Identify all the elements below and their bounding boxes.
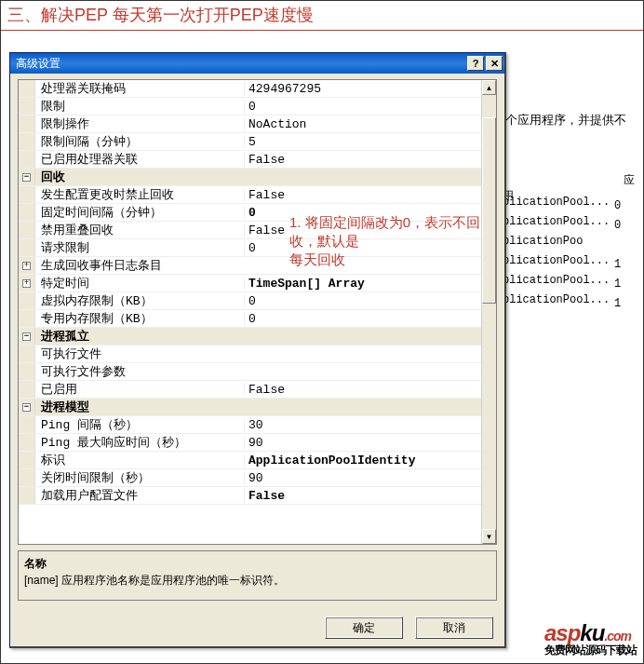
dialog-titlebar[interactable]: 高级设置 ? ✕ [10,53,504,74]
ok-button[interactable]: 确定 [325,617,403,639]
background-list-row[interactable]: plicationPool...0 [503,196,621,212]
property-value[interactable]: False [244,383,481,397]
property-value[interactable]: 4294967295 [244,82,481,96]
property-row[interactable]: 限制操作NoAction [19,115,481,133]
expand-toggle [19,186,35,203]
expand-toggle [19,416,35,433]
description-name: 名称 [24,555,490,572]
property-label: 回收 [35,169,244,185]
collapse-icon: − [22,403,31,412]
background-list-row[interactable]: plicationPoo [503,235,614,251]
property-row[interactable]: +特定时间TimeSpan[] Array [19,275,481,292]
property-label: Ping 最大响应时间（秒） [35,434,244,451]
expand-toggle [19,239,35,256]
bg-row-num: 1 [614,258,621,271]
property-value[interactable]: TimeSpan[] Array [244,277,481,291]
property-value[interactable]: 30 [244,418,481,432]
expand-toggle [19,98,35,115]
property-value[interactable]: 0 [244,241,481,255]
property-label: 请求限制 [35,239,244,256]
expand-toggle [19,346,35,362]
property-label: 禁用重叠回收 [35,222,244,238]
property-category[interactable]: −进程孤立 [19,328,481,346]
expand-toggle[interactable]: + [19,257,35,274]
expand-icon: + [22,279,31,288]
expand-toggle[interactable]: + [19,275,35,291]
scroll-down-icon[interactable]: ▼ [482,529,496,544]
property-row[interactable]: 虚拟内存限制（KB）0 [19,292,481,310]
background-hint-text: 多个应用程序，并提供不 [493,112,626,129]
expand-toggle [19,133,35,150]
property-row[interactable]: 已启用处理器关联False [19,151,481,169]
property-row[interactable]: 限制间隔（分钟）5 [19,133,481,151]
property-value[interactable]: NoAction [244,117,481,131]
expand-toggle [19,434,35,451]
expand-toggle [19,452,35,468]
property-value[interactable]: 0 [244,312,481,326]
property-label: 可执行文件参数 [35,363,244,380]
property-label: 标识 [35,452,244,468]
property-row[interactable]: 关闭时间限制（秒）90 [19,469,481,487]
background-list-row[interactable]: plicationPool...1 [503,293,621,310]
property-value[interactable]: 0 [244,206,481,220]
property-row[interactable]: 可执行文件 [19,346,481,363]
property-label: 限制操作 [35,115,244,132]
cancel-button[interactable]: 取消 [415,617,493,639]
property-row[interactable]: 标识ApplicationPoolIdentity [19,452,481,469]
property-label: 关闭时间限制（秒） [35,469,244,486]
bg-row-name: plicationPool... [503,293,614,306]
property-label: 生成回收事件日志条目 [35,257,244,274]
property-row[interactable]: 可执行文件参数 [19,363,481,381]
expand-toggle [19,292,35,309]
vertical-scrollbar[interactable]: ▲ ▼ [481,80,496,544]
property-label: 处理器关联掩码 [35,80,244,97]
watermark: aspku.com 免费网站源码下载站 [544,620,637,658]
property-value[interactable]: False [244,489,481,503]
property-row[interactable]: 请求限制0 [19,239,481,257]
expand-toggle[interactable]: − [19,169,35,185]
background-list-row[interactable]: plicationPool...0 [503,215,621,232]
expand-toggle [19,310,35,327]
property-value[interactable]: ApplicationPoolIdentity [244,454,481,468]
property-value[interactable]: 90 [244,436,481,450]
expand-toggle [19,487,35,504]
property-row[interactable]: Ping 间隔（秒）30 [19,416,481,434]
expand-toggle[interactable]: − [19,328,35,345]
expand-icon: + [22,262,31,270]
property-row[interactable]: Ping 最大响应时间（秒）90 [19,434,481,452]
scroll-thumb[interactable] [482,117,496,304]
property-row[interactable]: 加载用户配置文件False [19,487,481,505]
bg-row-name: plicationPool... [503,254,614,267]
scroll-up-icon[interactable]: ▲ [482,80,496,95]
description-text: [name] 应用程序池名称是应用程序池的唯一标识符。 [24,572,490,589]
collapse-icon: − [22,332,31,341]
property-row[interactable]: 已启用False [19,381,481,399]
property-category[interactable]: −回收 [19,169,481,186]
property-label: Ping 间隔（秒） [35,416,244,433]
close-button[interactable]: ✕ [486,56,503,71]
background-list-row[interactable]: plicationPool...1 [503,274,621,291]
property-row[interactable]: 固定时间间隔（分钟）0 [19,204,481,222]
property-label: 已启用 [35,381,244,398]
property-row[interactable]: 限制0 [19,98,481,115]
property-row[interactable]: 发生配置更改时禁止回收False [19,186,481,204]
property-value[interactable]: False [244,224,481,237]
property-value[interactable]: False [244,153,481,167]
expand-toggle[interactable]: − [19,399,35,415]
background-list-row[interactable]: plicationPool...1 [503,254,621,271]
property-category[interactable]: −进程模型 [19,399,481,416]
property-label: 进程模型 [35,399,244,415]
property-row[interactable]: 处理器关联掩码4294967295 [19,80,481,98]
property-value[interactable]: 5 [244,135,481,149]
property-row[interactable]: 禁用重叠回收False [19,222,481,239]
property-value[interactable]: False [244,188,481,202]
property-value[interactable]: 0 [244,100,481,114]
property-row[interactable]: 专用内存限制（KB）0 [19,310,481,328]
property-value[interactable]: 0 [244,294,481,308]
help-button[interactable]: ? [467,56,484,71]
expand-toggle [19,115,35,132]
expand-toggle [19,80,35,97]
property-row[interactable]: +生成回收事件日志条目 [19,257,481,275]
property-value[interactable]: 90 [244,471,481,485]
bg-row-num: 1 [614,278,621,291]
